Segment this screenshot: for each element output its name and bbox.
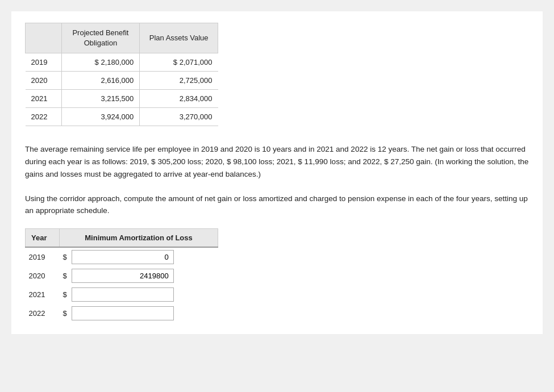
- top-table-pbo-2019: $ 2,180,000: [61, 53, 140, 72]
- top-table-pav-2021: 2,834,000: [140, 90, 218, 108]
- bottom-table-input-2022[interactable]: [72, 306, 174, 320]
- bottom-table-year-2022: 2022: [26, 304, 60, 323]
- bottom-table-wrapper: Year Minimum Amortization of Loss 2019 $…: [25, 228, 529, 323]
- main-container: Projected Benefit Obligation Plan Assets…: [11, 11, 543, 334]
- top-table-row: 2019 $ 2,180,000 $ 2,071,000: [26, 53, 218, 72]
- bottom-table-input-2020[interactable]: [72, 269, 174, 283]
- bottom-table-input-2021[interactable]: [72, 287, 174, 302]
- top-table-year-2022: 2022: [26, 108, 62, 126]
- top-table-year-2021: 2021: [26, 90, 62, 108]
- bottom-table-header-year: Year: [26, 228, 60, 247]
- top-table-pbo-2020: 2,616,000: [61, 72, 140, 90]
- top-table-pav-2020: 2,725,000: [140, 72, 218, 90]
- description: The average remaining service life per e…: [25, 143, 529, 217]
- bottom-table-dollar-2020: $: [60, 266, 69, 285]
- bottom-table-input-2019[interactable]: [72, 250, 174, 264]
- bottom-table-header-amort: Minimum Amortization of Loss: [60, 228, 218, 247]
- bottom-table-row: 2022 $: [26, 304, 218, 323]
- top-table-year-2019: 2019: [26, 53, 62, 72]
- bottom-table-row: 2020 $: [26, 266, 218, 285]
- description-paragraph2: Using the corridor approach, compute the…: [25, 193, 529, 217]
- top-table-header-pav: Plan Assets Value: [140, 23, 218, 53]
- bottom-table: Year Minimum Amortization of Loss 2019 $…: [25, 228, 218, 323]
- top-table-row: 2021 3,215,500 2,834,000: [26, 90, 218, 108]
- bottom-table-row: 2021 $: [26, 285, 218, 304]
- top-table-header-pbo: Projected Benefit Obligation: [61, 23, 140, 53]
- description-paragraph1: The average remaining service life per e…: [25, 143, 529, 180]
- bottom-table-year-2020: 2020: [26, 266, 60, 285]
- top-table-year-2020: 2020: [26, 72, 62, 90]
- top-table-pav-2019: $ 2,071,000: [140, 53, 218, 72]
- top-table-header-year: [26, 23, 62, 53]
- top-table-pbo-2021: 3,215,500: [61, 90, 140, 108]
- bottom-table-dollar-2019: $: [60, 247, 69, 266]
- top-table-row: 2022 3,924,000 3,270,000: [26, 108, 218, 126]
- bottom-table-year-2021: 2021: [26, 285, 60, 304]
- bottom-table-dollar-2022: $: [60, 304, 69, 323]
- bottom-table-year-2019: 2019: [26, 247, 60, 266]
- bottom-table-row: 2019 $: [26, 247, 218, 266]
- bottom-table-input-cell-2020: [69, 266, 218, 285]
- top-table-pbo-2022: 3,924,000: [61, 108, 140, 126]
- top-table: Projected Benefit Obligation Plan Assets…: [25, 23, 218, 126]
- bottom-table-input-cell-2019: [69, 247, 218, 266]
- bottom-table-input-cell-2021: [69, 285, 218, 304]
- bottom-table-dollar-2021: $: [60, 285, 69, 304]
- bottom-table-input-cell-2022: [69, 304, 218, 323]
- top-table-pav-2022: 3,270,000: [140, 108, 218, 126]
- top-table-row: 2020 2,616,000 2,725,000: [26, 72, 218, 90]
